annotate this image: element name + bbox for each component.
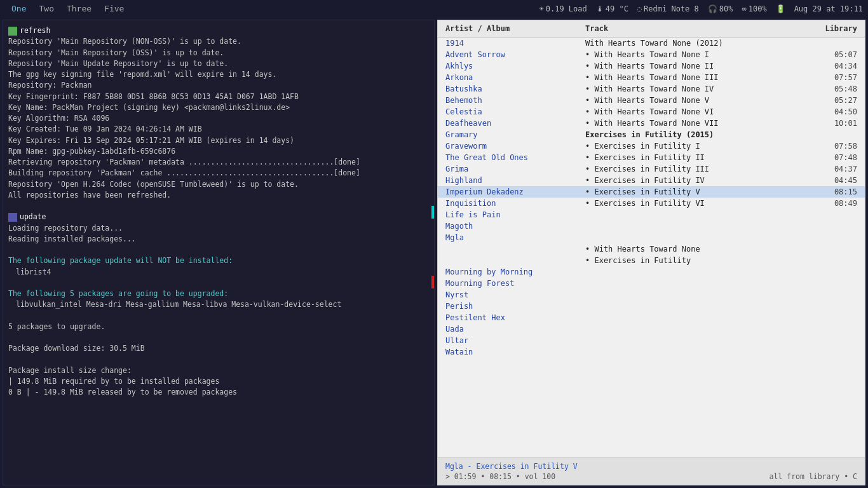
music-row-gramary[interactable]: Gramary Exercises in Futility (2015) <box>438 129 865 140</box>
footer-library-info: all from library • C <box>770 472 857 481</box>
terminal-line-1: Repository 'Main Repository (NON-OSS)' i… <box>8 36 429 47</box>
music-row-mgla-whtn[interactable]: • With Hearts Toward None <box>438 243 865 255</box>
temp-icon: 🌡 <box>596 4 604 13</box>
track-whtn2: • With Hearts Toward None II <box>585 62 806 71</box>
artist-inquisition: Inquisition <box>445 199 585 208</box>
artist-1914: 1914 <box>445 39 585 48</box>
music-row-imperium[interactable]: Imperium Dekadenz • Exercises in Futilit… <box>438 186 865 198</box>
music-row-uada[interactable]: Uada <box>438 323 865 335</box>
track-eif2: • Exercises in Futility II <box>585 153 806 162</box>
footer-dur-val: 08:15 <box>489 472 512 481</box>
tab-one[interactable]: One <box>5 3 32 15</box>
music-row-deafheaven[interactable]: Deafheaven • With Hearts Toward None VII… <box>438 118 865 129</box>
load-indicator: ☀ 0.19 Load <box>539 4 587 13</box>
terminal-line-refresh-header: refresh <box>8 25 429 36</box>
track-mgla-whtn: • With Hearts Toward None <box>585 245 806 254</box>
music-row-mgla[interactable]: Mgla <box>438 232 865 243</box>
footer-info: > 01:59 • 08:15 • vol 100 all from libra… <box>445 472 857 481</box>
music-row-inquisition[interactable]: Inquisition • Exercises in Futility VI 0… <box>438 198 865 209</box>
side-indicator <box>431 20 434 485</box>
cyan-indicator <box>431 206 434 219</box>
track-whtn3: • With Hearts Toward None III <box>585 73 806 82</box>
music-row-celestia[interactable]: Celestia • With Hearts Toward None VI 04… <box>438 106 865 118</box>
artist-graveworm: Graveworm <box>445 142 585 151</box>
artist-life-is-pain: Life is Pain <box>445 210 585 219</box>
music-row-grima[interactable]: Grima • Exercises in Futility III 04:37 <box>438 163 865 175</box>
terminal-line-packages: libvulkan_intel Mesa-dri Mesa-gallium Me… <box>8 299 429 310</box>
music-row-nyrst[interactable]: Nyrst <box>438 289 865 301</box>
music-row-great-old[interactable]: The Great Old Ones • Exercises in Futili… <box>438 152 865 163</box>
artist-pestilent: Pestilent Hex <box>445 313 585 322</box>
headphone-indicator: 🎧 80% <box>708 4 733 13</box>
terminal-line-15: All repositories have been refreshed. <box>8 190 429 201</box>
terminal-line-2: Repository 'Main Repository (OSS)' is up… <box>8 48 429 58</box>
dur-whtn7: 10:01 <box>806 119 857 128</box>
wifi-icon: ◌ <box>637 4 642 13</box>
terminal-pane[interactable]: refresh Repository 'Main Repository (NON… <box>3 20 435 485</box>
terminal-line-done-2: Building repository 'Packman' cache ....… <box>8 168 429 179</box>
music-row-highland[interactable]: Highland • Exercises in Futility IV 04:4… <box>438 175 865 186</box>
music-row-arkona[interactable]: Arkona • With Hearts Toward None III 07:… <box>438 72 865 83</box>
refresh-label: refresh <box>20 26 50 35</box>
terminal-line-dl-size: Package download size: 30.5 MiB <box>8 343 429 354</box>
artist-ultar: Ultar <box>445 336 585 345</box>
terminal-line-done-1: Retrieving repository 'Packman' metadata… <box>8 157 429 168</box>
terminal-line-install-1: | 149.8 MiB required by to be installed … <box>8 376 429 387</box>
music-row-batushka[interactable]: Batushka • With Hearts Toward None IV 05… <box>438 83 865 95</box>
music-row-graveworm[interactable]: Graveworm • Exercises in Futility I 07:5… <box>438 140 865 152</box>
music-row-advent[interactable]: Advent Sorrow • With Hearts Toward None … <box>438 49 865 60</box>
music-row-behemoth[interactable]: Behemoth • With Hearts Toward None V 05:… <box>438 95 865 106</box>
track-whtn5: • With Hearts Toward None V <box>585 96 806 105</box>
artist-mourning-forest: Mourning Forest <box>445 279 585 288</box>
dur-whtn1: 05:07 <box>806 50 857 59</box>
artist-perish: Perish <box>445 302 585 311</box>
music-row-akhlys[interactable]: Akhlys • With Hearts Toward None II 04:3… <box>438 60 865 72</box>
dur-eif4: 04:45 <box>806 176 857 185</box>
headphone-icon: 🎧 <box>708 4 717 13</box>
artist-highland: Highland <box>445 176 585 185</box>
tab-five[interactable]: Five <box>98 3 130 15</box>
music-row-pestilent[interactable]: Pestilent Hex <box>438 312 865 323</box>
artist-deafheaven: Deafheaven <box>445 119 585 128</box>
artist-uada: Uada <box>445 325 585 334</box>
col-artist: Artist / Album <box>445 24 585 33</box>
footer-track-name: Mgla - Exercises in Futility V <box>445 462 857 471</box>
music-row-mgla-eif[interactable]: • Exercises in Futility <box>438 255 865 266</box>
music-row-mourning-forest[interactable]: Mourning Forest <box>438 278 865 289</box>
music-row-perish[interactable]: Perish <box>438 301 865 312</box>
update-icon <box>8 213 17 222</box>
terminal-line-10: Key Expires: Fri 13 Sep 2024 05:17:21 AM… <box>8 135 429 146</box>
track-eif1: • Exercises in Futility I <box>585 142 806 151</box>
dur-eif6: 08:49 <box>806 199 857 208</box>
battery-indicator: 🔋 <box>776 4 785 13</box>
artist-batushka: Batushka <box>445 85 585 93</box>
footer-position: > 01:59 • 08:15 • vol 100 <box>445 472 555 481</box>
music-row-1914[interactable]: 1914 With Hearts Toward None (2012) <box>438 37 865 49</box>
music-table[interactable]: Artist / Album Track Library 1914 With H… <box>438 20 865 458</box>
terminal-line-install-header: Package install size change: <box>8 365 429 376</box>
tab-three[interactable]: Three <box>60 3 98 15</box>
music-table-header: Artist / Album Track Library <box>438 20 865 37</box>
music-row-life-is-pain[interactable]: Life is Pain <box>438 209 865 220</box>
footer-vol-val: vol 100 <box>525 472 555 481</box>
track-whtn6: • With Hearts Toward None VI <box>585 107 806 116</box>
artist-watain: Watain <box>445 348 585 356</box>
topbar: One Two Three Five ☀ 0.19 Load 🌡 49 °C ◌… <box>0 0 868 17</box>
tab-two[interactable]: Two <box>32 3 60 15</box>
terminal-line-not-installed: The following package update will NOT be… <box>8 255 429 266</box>
main-content: refresh Repository 'Main Repository (NON… <box>0 17 868 488</box>
music-row-mourning-by[interactable]: Mourning by Morning <box>438 266 865 278</box>
wifi-indicator: ◌ Redmi Note 8 <box>637 4 699 13</box>
artist-grima: Grima <box>445 165 585 173</box>
artist-advent: Advent Sorrow <box>445 50 585 59</box>
music-row-watain[interactable]: Watain <box>438 346 865 358</box>
dur-whtn3: 07:57 <box>806 73 857 82</box>
artist-magoth: Magoth <box>445 222 585 231</box>
terminal-line-5: Repository: Packman <box>8 80 429 91</box>
music-row-ultar[interactable]: Ultar <box>438 335 865 346</box>
temp-indicator: 🌡 49 °C <box>596 4 628 13</box>
dur-eif2: 07:48 <box>806 153 857 162</box>
dur-whtn2: 04:34 <box>806 62 857 71</box>
track-whtn1: • With Hearts Toward None I <box>585 50 806 59</box>
music-row-magoth[interactable]: Magoth <box>438 220 865 232</box>
